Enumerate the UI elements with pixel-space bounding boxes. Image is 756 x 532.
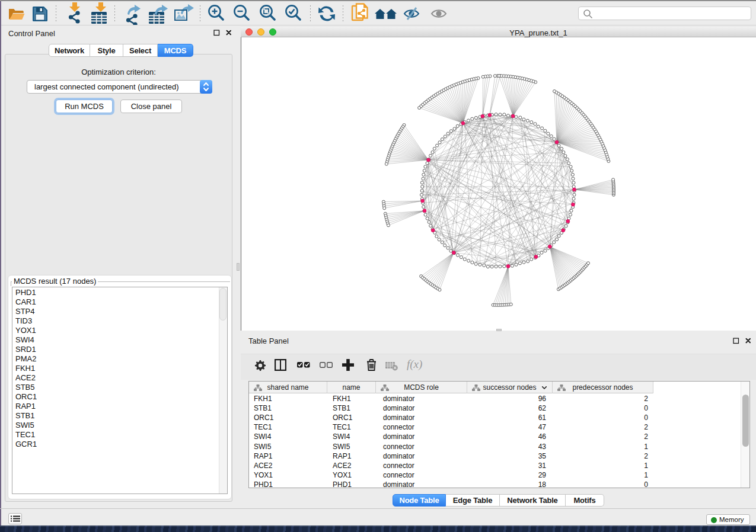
svg-text:f(x): f(x): [407, 358, 422, 371]
